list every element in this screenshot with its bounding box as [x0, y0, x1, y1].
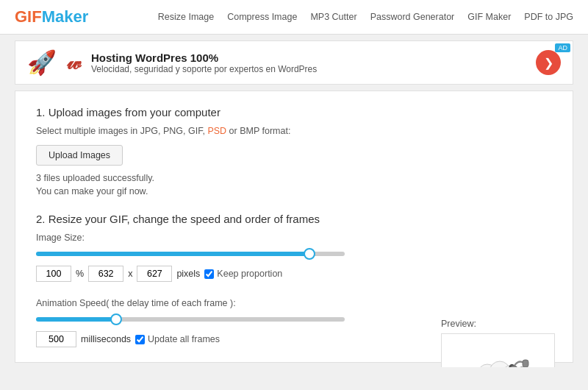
ad-arrow-button[interactable]: ❯ — [536, 50, 561, 75]
update-all-checkbox[interactable] — [135, 335, 145, 344]
svg-rect-11 — [523, 360, 528, 367]
nav: Resize Image Compress Image MP3 Cutter P… — [158, 12, 573, 22]
ad-rocket-icon: 🚀 — [27, 49, 57, 77]
preview-pane: Preview: — [441, 319, 559, 367]
keep-proportion-checkbox[interactable] — [204, 269, 214, 279]
width-px-input[interactable] — [88, 266, 123, 282]
header: GIFMaker Resize Image Compress Image MP3… — [0, 0, 588, 35]
logo: GIFMaker — [15, 7, 88, 26]
subtitle-psd: PSD — [207, 126, 226, 136]
nav-compress-image[interactable]: Compress Image — [227, 12, 297, 22]
make-gif-message: You can make your gif now. — [36, 186, 552, 196]
preview-label: Preview: — [441, 319, 559, 329]
pixels-label: pixels — [176, 269, 200, 279]
ad-heading: Hosting WordPres 100% — [91, 52, 317, 64]
update-all-label[interactable]: Update all frames — [135, 334, 220, 344]
logo-maker: Maker — [42, 7, 89, 26]
image-size-label: Image Size: — [36, 233, 552, 243]
ad-w-icon: 𝓌 — [67, 51, 81, 75]
nav-resize-image[interactable]: Resize Image — [158, 12, 214, 22]
logo-gif: GIF — [15, 7, 42, 26]
section-upload: 1. Upload images from your computer Sele… — [36, 106, 552, 196]
x-label: x — [128, 269, 132, 279]
section-resize: 2. Resize your GIF, change the speed and… — [36, 213, 552, 282]
size-row: % x pixels Keep proportion — [36, 266, 552, 282]
ad-badge: AD — [555, 43, 570, 52]
height-px-input[interactable] — [137, 266, 172, 282]
nav-password-generator[interactable]: Password Generator — [370, 12, 455, 22]
animation-speed-slider[interactable] — [36, 317, 345, 322]
preview-sheep-image — [454, 341, 542, 367]
upload-images-button[interactable]: Upload Images — [36, 145, 123, 166]
svg-rect-10 — [511, 366, 517, 367]
section1-title: 1. Upload images from your computer — [36, 106, 552, 118]
size-slider-container — [36, 247, 552, 258]
subtitle-pre: Select multiple images in JPG, PNG, GIF, — [36, 126, 207, 136]
section2-title: 2. Resize your GIF, change the speed and… — [36, 213, 552, 225]
ms-label: milliseconds — [81, 334, 131, 344]
animation-speed-label: Animation Speed( the delay time of each … — [36, 298, 552, 308]
ad-subtext: Velocidad, seguridad y soporte por exper… — [91, 64, 317, 74]
speed-value-input[interactable] — [36, 331, 76, 347]
percent-label: % — [76, 269, 84, 279]
keep-proportion-label[interactable]: Keep proportion — [204, 269, 282, 279]
nav-gif-maker[interactable]: GIF Maker — [467, 12, 511, 22]
preview-box — [441, 333, 555, 367]
subtitle-post: or BMP format: — [226, 126, 290, 136]
success-message: 3 files uploaded successfully. — [36, 173, 552, 183]
section1-subtitle: Select multiple images in JPG, PNG, GIF,… — [36, 126, 552, 136]
nav-mp3-cutter[interactable]: MP3 Cutter — [310, 12, 356, 22]
ad-banner: AD 🚀 𝓌 Hosting WordPres 100% Velocidad, … — [15, 40, 573, 85]
image-size-slider[interactable] — [36, 252, 345, 256]
ad-text: Hosting WordPres 100% Velocidad, segurid… — [91, 52, 317, 74]
width-percent-input[interactable] — [36, 266, 71, 282]
nav-pdf-to-jpg[interactable]: PDF to JPG — [524, 12, 573, 22]
